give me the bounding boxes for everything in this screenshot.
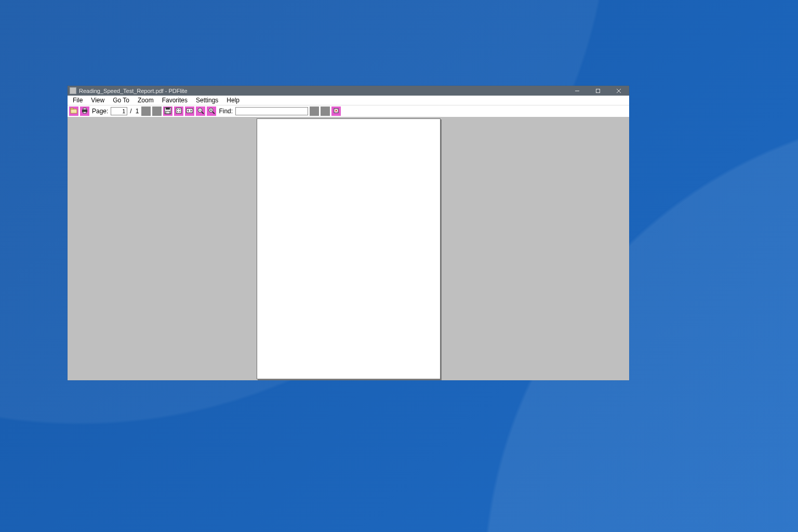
save-button[interactable] [163,107,172,116]
find-input[interactable] [235,107,308,115]
fit-width-icon [186,107,193,116]
minimize-button[interactable] [567,86,588,96]
svg-rect-17 [187,109,193,113]
svg-rect-7 [83,108,86,110]
menu-file[interactable]: File [69,96,87,104]
svg-rect-5 [71,108,73,109]
svg-rect-4 [71,109,77,113]
maximize-button[interactable] [588,86,608,96]
find-close-icon [332,107,340,116]
menu-view[interactable]: View [87,96,109,104]
pdf-page [257,118,441,379]
document-area[interactable] [68,117,629,380]
window-title: Reading_Speed_Test_Report.pdf - PDFlite [79,88,567,94]
print-icon [81,107,88,116]
page-total: 1 [135,108,140,115]
print-button[interactable] [80,107,89,116]
zoom-out-button[interactable] [196,107,205,116]
open-icon [70,107,77,116]
prev-page-button[interactable] [141,107,151,116]
svg-rect-10 [166,108,170,110]
menu-favorites[interactable]: Favorites [158,96,192,104]
app-icon [70,87,76,94]
svg-point-16 [179,111,180,112]
titlebar[interactable]: Reading_Speed_Test_Report.pdf - PDFlite [68,86,629,96]
app-window: Reading_Speed_Test_Report.pdf - PDFlite … [68,86,629,380]
svg-rect-11 [166,111,170,114]
zoom-out-icon [197,107,204,116]
page-input[interactable] [111,107,127,115]
menu-goto[interactable]: Go To [109,96,134,104]
svg-point-15 [177,111,178,112]
toolbar: Page: / 1 [68,105,629,117]
page-label: Page: [91,108,109,115]
svg-line-19 [202,112,204,114]
find-next-button[interactable] [321,107,330,116]
find-label: Find: [218,108,234,115]
menu-settings[interactable]: Settings [192,96,222,104]
menubar: File View Go To Zoom Favorites Settings … [68,96,629,105]
svg-line-22 [212,112,215,114]
svg-rect-12 [176,108,181,113]
fit-page-button[interactable] [174,107,183,116]
zoom-in-icon [208,107,215,116]
menu-help[interactable]: Help [222,96,244,104]
menu-zoom[interactable]: Zoom [134,96,158,104]
close-button[interactable] [608,86,629,96]
svg-rect-1 [596,89,600,92]
svg-point-13 [177,109,178,110]
fit-page-icon [175,107,182,116]
open-button[interactable] [69,107,78,116]
svg-point-14 [179,109,180,110]
find-prev-button[interactable] [310,107,319,116]
fit-width-button[interactable] [185,107,194,116]
zoom-in-button[interactable] [207,107,216,116]
find-close-button[interactable] [331,107,341,116]
next-page-button[interactable] [152,107,162,116]
svg-rect-8 [83,112,86,113]
page-sep: / [129,108,132,115]
save-icon [164,107,171,116]
